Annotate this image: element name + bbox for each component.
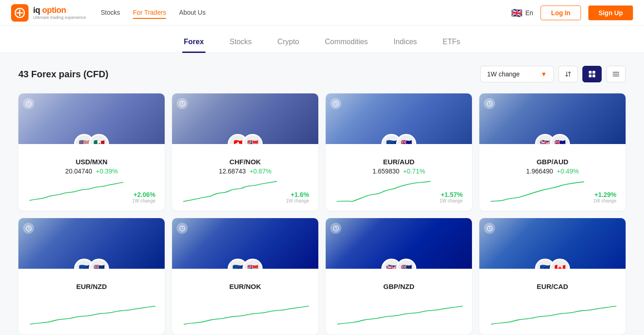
time-icon bbox=[177, 98, 188, 109]
grid-view-button[interactable] bbox=[582, 66, 602, 82]
tab-crypto[interactable]: Crypto bbox=[276, 34, 301, 52]
flag-quote: 🇦🇺 bbox=[396, 134, 416, 144]
card-body: EUR/CAD bbox=[479, 269, 626, 335]
card-sparkline bbox=[335, 304, 463, 327]
card-image: 🇬🇧 🇦🇺 bbox=[479, 93, 626, 144]
nav-stocks[interactable]: Stocks bbox=[101, 7, 120, 19]
dropdown-arrow-icon: ▼ bbox=[540, 70, 547, 78]
card-flags: 🇪🇺 🇨🇦 bbox=[535, 259, 570, 269]
flag-quote: 🇦🇺 bbox=[550, 134, 570, 144]
time-icon bbox=[330, 223, 341, 234]
card-week-pct: +2.06% bbox=[123, 191, 155, 198]
flag-quote: 🇨🇦 bbox=[550, 259, 570, 269]
logo-icon bbox=[11, 4, 29, 22]
flag-quote: 🇳🇴 bbox=[242, 259, 263, 269]
card-inline-change: +0.39% bbox=[96, 168, 118, 175]
main-content: 43 Forex pairs (CFD) 1W change ▼ bbox=[0, 53, 644, 335]
card-price-row: 1.659830 +0.71% bbox=[333, 168, 465, 175]
svg-rect-5 bbox=[589, 75, 592, 77]
card-pair-label: USD/MXN bbox=[26, 158, 157, 166]
card-week-label: 1W change bbox=[123, 198, 155, 203]
card-week-pct: +1.29% bbox=[584, 191, 616, 198]
header-right: 🇬🇧 En Log In Sign Up bbox=[511, 6, 633, 20]
category-tabs: Forex Stocks Crypto Commodities Indices … bbox=[0, 26, 644, 53]
card-week-label: 1W change bbox=[431, 198, 463, 203]
card-image: 🇬🇧 🇳🇿 bbox=[326, 218, 472, 269]
card-flags: 🇨🇭 🇳🇴 bbox=[228, 134, 263, 144]
card-pair-label: EUR/AUD bbox=[333, 158, 465, 166]
login-button[interactable]: Log In bbox=[540, 6, 581, 20]
svg-rect-6 bbox=[592, 75, 595, 77]
sort-dropdown[interactable]: 1W change ▼ bbox=[480, 66, 554, 82]
card-chart-area bbox=[487, 304, 618, 327]
card-inline-change: +0.87% bbox=[249, 168, 271, 175]
tab-indices[interactable]: Indices bbox=[392, 34, 419, 52]
card-pair-label: CHF/NOK bbox=[179, 158, 311, 166]
header: iq option Ultimate trading experience St… bbox=[0, 0, 644, 26]
card-sparkline bbox=[181, 304, 309, 327]
card-body: EUR/NZD bbox=[18, 269, 165, 335]
card-week-change: +1.57% 1W change bbox=[431, 191, 463, 203]
svg-rect-3 bbox=[589, 71, 592, 74]
time-icon bbox=[330, 98, 341, 109]
card-week-change: +1.6% 1W change bbox=[277, 191, 309, 203]
sort-order-button[interactable] bbox=[558, 66, 578, 82]
card-week-pct: +1.57% bbox=[431, 191, 463, 198]
tab-etfs[interactable]: ETFs bbox=[441, 34, 462, 52]
card-sparkline bbox=[28, 180, 123, 203]
card-sparkline bbox=[489, 304, 616, 327]
flag-quote: 🇳🇿 bbox=[396, 259, 416, 269]
card-week-change: +2.06% 1W change bbox=[123, 191, 155, 203]
cards-grid: 🇺🇸 🇲🇽 USD/MXN 20.04740 +0.39% +2.06% 1W … bbox=[18, 93, 626, 335]
filter-row: 43 Forex pairs (CFD) 1W change ▼ bbox=[18, 66, 626, 82]
card-eur-aud[interactable]: 🇪🇺 🇦🇺 EUR/AUD 1.659830 +0.71% +1.57% 1W … bbox=[326, 93, 472, 211]
card-inline-change: +0.71% bbox=[403, 168, 425, 175]
card-sparkline bbox=[335, 180, 431, 203]
card-image: 🇪🇺 🇳🇿 bbox=[18, 218, 165, 269]
card-image: 🇨🇭 🇳🇴 bbox=[172, 93, 318, 144]
pair-count: 43 Forex pairs (CFD) bbox=[18, 69, 109, 80]
card-chart-area: +1.6% 1W change bbox=[179, 180, 311, 203]
card-flags: 🇺🇸 🇲🇽 bbox=[74, 134, 109, 144]
nav-for-traders[interactable]: For Traders bbox=[133, 7, 166, 19]
card-eur-cad[interactable]: 🇪🇺 🇨🇦 EUR/CAD bbox=[479, 218, 626, 335]
card-pair-label: EUR/CAD bbox=[487, 283, 618, 290]
card-pair-label: GBP/NZD bbox=[333, 283, 465, 290]
card-chart-area: +2.06% 1W change bbox=[26, 180, 157, 203]
card-chart-area: +1.57% 1W change bbox=[333, 180, 465, 203]
nav-about-us[interactable]: About Us bbox=[179, 7, 206, 19]
card-flags: 🇪🇺 🇦🇺 bbox=[381, 134, 416, 144]
card-body: GBP/AUD 1.966490 +0.49% +1.29% 1W change bbox=[479, 144, 626, 211]
logo-text: iq option Ultimate trading experience bbox=[33, 6, 86, 20]
card-chart-area: +1.29% 1W change bbox=[487, 180, 618, 203]
card-week-pct: +1.6% bbox=[277, 191, 309, 198]
card-week-change: +1.29% 1W change bbox=[584, 191, 616, 203]
card-price: 12.68743 bbox=[219, 168, 246, 175]
tab-commodities[interactable]: Commodities bbox=[323, 34, 369, 52]
signup-button[interactable]: Sign Up bbox=[588, 6, 633, 20]
card-usd-mxn[interactable]: 🇺🇸 🇲🇽 USD/MXN 20.04740 +0.39% +2.06% 1W … bbox=[18, 93, 165, 211]
card-pair-label: GBP/AUD bbox=[487, 158, 618, 166]
card-flags: 🇪🇺 🇳🇴 bbox=[228, 259, 263, 269]
tab-stocks[interactable]: Stocks bbox=[228, 34, 253, 52]
card-price: 1.966490 bbox=[526, 168, 553, 175]
card-sparkline bbox=[28, 304, 155, 327]
sort-label: 1W change bbox=[487, 70, 520, 78]
card-body: USD/MXN 20.04740 +0.39% +2.06% 1W change bbox=[18, 144, 165, 211]
language-selector[interactable]: 🇬🇧 En bbox=[511, 7, 533, 18]
card-gbp-aud[interactable]: 🇬🇧 🇦🇺 GBP/AUD 1.966490 +0.49% +1.29% 1W … bbox=[479, 93, 626, 211]
sort-order-icon bbox=[564, 70, 572, 78]
time-icon bbox=[23, 98, 34, 109]
card-gbp-nzd[interactable]: 🇬🇧 🇳🇿 GBP/NZD bbox=[326, 218, 472, 335]
card-eur-nzd[interactable]: 🇪🇺 🇳🇿 EUR/NZD bbox=[18, 218, 165, 335]
card-chart-area bbox=[26, 304, 157, 327]
tab-forex[interactable]: Forex bbox=[182, 34, 206, 52]
card-chf-nok[interactable]: 🇨🇭 🇳🇴 CHF/NOK 12.68743 +0.87% +1.6% 1W c… bbox=[172, 93, 318, 211]
list-view-button[interactable] bbox=[606, 66, 626, 82]
card-flags: 🇪🇺 🇳🇿 bbox=[74, 259, 109, 269]
card-eur-nok[interactable]: 🇪🇺 🇳🇴 EUR/NOK bbox=[172, 218, 318, 335]
time-icon bbox=[177, 223, 188, 234]
svg-rect-4 bbox=[592, 71, 595, 74]
card-price: 20.04740 bbox=[65, 168, 92, 175]
time-icon bbox=[484, 98, 495, 109]
